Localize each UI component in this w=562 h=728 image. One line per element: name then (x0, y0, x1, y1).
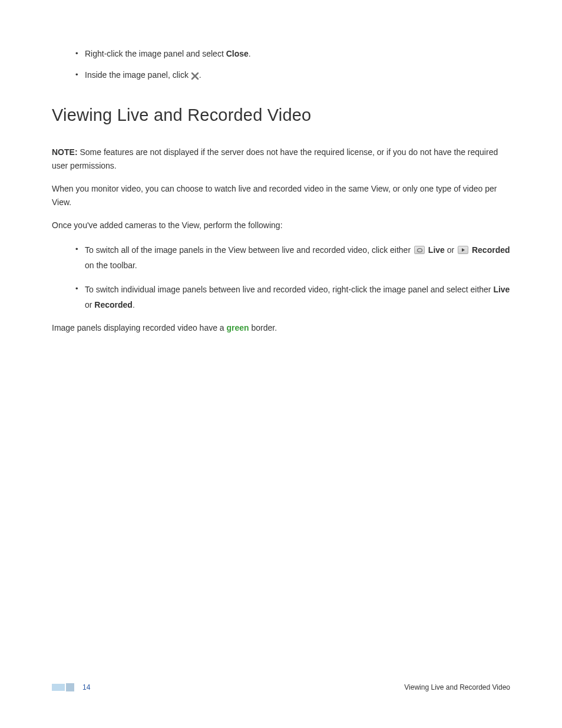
bold-text: Recorded (472, 245, 510, 255)
body-paragraph: When you monitor video, you can choose t… (52, 182, 510, 209)
green-text: green (227, 323, 249, 332)
bold-text: Live (493, 285, 510, 294)
text: . (199, 70, 201, 80)
text: To switch individual image panels betwee… (85, 285, 493, 294)
text: . (133, 300, 135, 309)
top-bullet-list: Right-click the image panel and select C… (75, 47, 510, 83)
list-item: To switch individual image panels betwee… (75, 282, 510, 313)
note-text: Some features are not displayed if the s… (52, 147, 498, 170)
close-icon (191, 71, 199, 79)
footer-decoration (66, 683, 74, 691)
footer-title: Viewing Live and Recorded Video (404, 682, 510, 693)
body-paragraph: Image panels displaying recorded video h… (52, 321, 510, 335)
play-icon (458, 246, 468, 254)
section-heading: Viewing Live and Recorded Video (52, 103, 510, 129)
instruction-list: To switch all of the image panels in the… (75, 242, 510, 313)
page-footer: 14 Viewing Live and Recorded Video (52, 682, 510, 693)
footer-decoration (52, 684, 65, 691)
text: border. (249, 323, 277, 332)
page-number: 14 (82, 682, 90, 693)
list-item: Right-click the image panel and select C… (75, 47, 510, 61)
list-item: To switch all of the image panels in the… (75, 242, 510, 274)
text: . (249, 49, 251, 58)
text: Right-click the image panel and select (85, 49, 226, 58)
bold-text: Recorded (94, 300, 133, 309)
bold-text: Live (428, 245, 445, 255)
text: Image panels displaying recorded video h… (52, 323, 227, 332)
note-paragraph: NOTE: Some features are not displayed if… (52, 146, 510, 173)
body-paragraph: Once you've added cameras to the View, p… (52, 219, 510, 232)
text: or (85, 300, 94, 309)
text: on the toolbar. (85, 261, 137, 270)
bold-text: Close (226, 49, 249, 58)
text: Inside the image panel, click (85, 70, 191, 80)
eye-icon (414, 246, 425, 254)
text: To switch all of the image panels in the… (85, 245, 413, 255)
note-label: NOTE: (52, 147, 78, 157)
text: or (445, 245, 457, 255)
list-item: Inside the image panel, click . (75, 68, 510, 83)
footer-left: 14 (52, 682, 90, 693)
